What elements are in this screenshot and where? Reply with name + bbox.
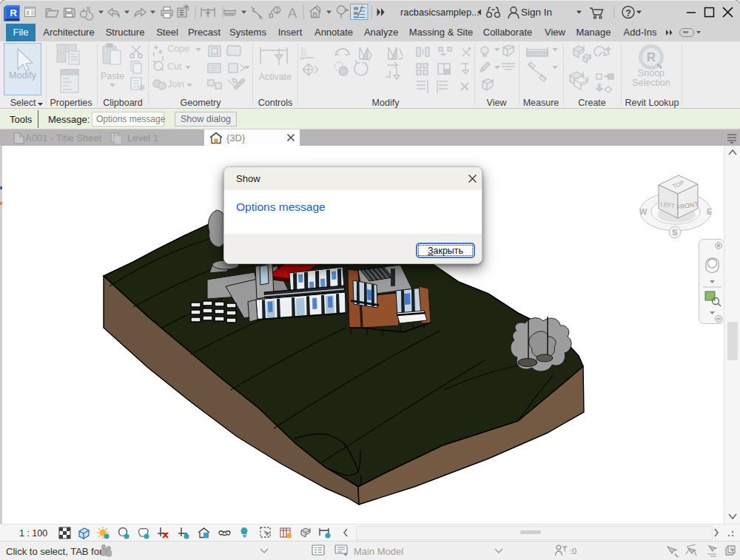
svg-text:R: R [647,50,656,64]
svg-text:Modify: Modify [9,70,37,81]
svg-text:Cope: Cope [167,44,189,54]
svg-text:Join: Join [167,79,184,90]
svg-text:W: W [639,207,648,216]
svg-text:S: S [672,228,677,237]
svg-text:Sign In: Sign In [521,7,552,18]
svg-text:Cut: Cut [167,61,182,72]
svg-text:Activate: Activate [259,72,292,82]
svg-text:R: R [10,7,17,18]
svg-text:Paste: Paste [101,71,124,81]
svg-text:E: E [707,207,712,216]
svg-text:Snoop: Snoop [638,68,665,78]
svg-text::0: :0 [570,547,576,556]
svg-text:racbasicsamplep...: racbasicsamplep... [400,7,480,18]
svg-text:?: ? [625,8,631,18]
svg-text:Selection: Selection [632,78,670,88]
svg-text:1: 1 [275,7,279,14]
svg-text:A: A [288,5,297,21]
